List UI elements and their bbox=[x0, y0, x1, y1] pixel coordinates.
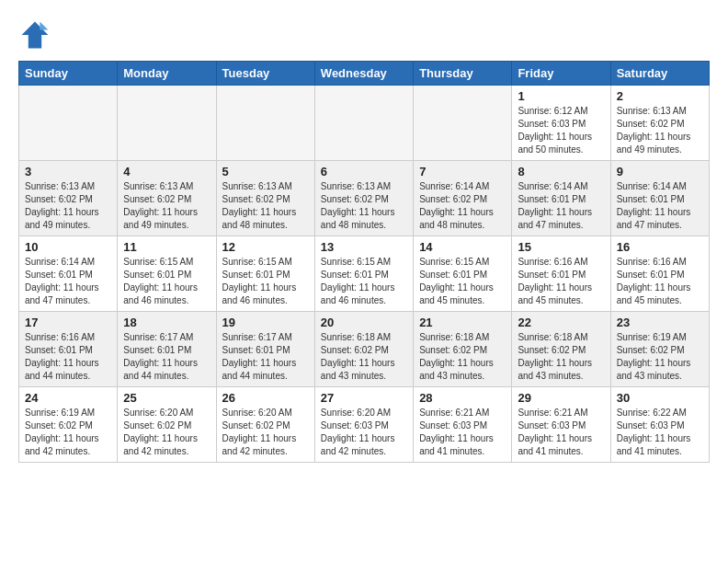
day-info: Sunrise: 6:20 AM Sunset: 6:02 PM Dayligh… bbox=[123, 407, 210, 458]
week-row-2: 3Sunrise: 6:13 AM Sunset: 6:02 PM Daylig… bbox=[19, 161, 710, 236]
day-number: 30 bbox=[617, 391, 703, 405]
calendar-cell: 28Sunrise: 6:21 AM Sunset: 6:03 PM Dayli… bbox=[414, 387, 512, 463]
calendar-cell: 15Sunrise: 6:16 AM Sunset: 6:01 PM Dayli… bbox=[512, 236, 610, 312]
calendar-cell: 14Sunrise: 6:15 AM Sunset: 6:01 PM Dayli… bbox=[414, 236, 512, 312]
week-row-3: 10Sunrise: 6:14 AM Sunset: 6:01 PM Dayli… bbox=[19, 236, 710, 312]
calendar-cell: 17Sunrise: 6:16 AM Sunset: 6:01 PM Dayli… bbox=[19, 312, 118, 387]
day-number: 21 bbox=[419, 316, 506, 329]
day-info: Sunrise: 6:17 AM Sunset: 6:01 PM Dayligh… bbox=[222, 331, 309, 383]
day-number: 15 bbox=[518, 240, 604, 254]
day-number: 11 bbox=[123, 240, 210, 254]
day-info: Sunrise: 6:14 AM Sunset: 6:02 PM Dayligh… bbox=[419, 180, 506, 232]
day-number: 25 bbox=[123, 391, 210, 405]
day-number: 2 bbox=[617, 89, 703, 103]
calendar-cell: 9Sunrise: 6:14 AM Sunset: 6:01 PM Daylig… bbox=[610, 161, 709, 236]
day-info: Sunrise: 6:16 AM Sunset: 6:01 PM Dayligh… bbox=[518, 256, 604, 307]
weekday-header-friday: Friday bbox=[512, 62, 610, 86]
day-info: Sunrise: 6:12 AM Sunset: 6:03 PM Dayligh… bbox=[518, 105, 604, 156]
weekday-header-wednesday: Wednesday bbox=[314, 62, 413, 86]
weekday-header-row: SundayMondayTuesdayWednesdayThursdayFrid… bbox=[19, 62, 710, 86]
day-info: Sunrise: 6:16 AM Sunset: 6:01 PM Dayligh… bbox=[25, 331, 111, 383]
day-number: 10 bbox=[25, 240, 111, 254]
calendar-cell: 20Sunrise: 6:18 AM Sunset: 6:02 PM Dayli… bbox=[314, 312, 413, 387]
day-info: Sunrise: 6:17 AM Sunset: 6:01 PM Dayligh… bbox=[123, 331, 210, 383]
calendar-cell: 30Sunrise: 6:22 AM Sunset: 6:03 PM Dayli… bbox=[610, 387, 709, 463]
calendar-cell: 6Sunrise: 6:13 AM Sunset: 6:02 PM Daylig… bbox=[314, 161, 413, 236]
weekday-header-thursday: Thursday bbox=[414, 62, 512, 86]
weekday-header-saturday: Saturday bbox=[610, 62, 709, 86]
day-number: 17 bbox=[25, 316, 111, 329]
day-number: 19 bbox=[222, 316, 309, 329]
day-info: Sunrise: 6:13 AM Sunset: 6:02 PM Dayligh… bbox=[617, 105, 703, 156]
calendar-cell: 11Sunrise: 6:15 AM Sunset: 6:01 PM Dayli… bbox=[118, 236, 216, 312]
day-number: 26 bbox=[222, 391, 309, 405]
day-number: 27 bbox=[321, 391, 407, 405]
calendar-table: SundayMondayTuesdayWednesdayThursdayFrid… bbox=[18, 61, 710, 463]
weekday-header-sunday: Sunday bbox=[19, 62, 118, 86]
calendar-cell bbox=[314, 86, 413, 161]
day-info: Sunrise: 6:16 AM Sunset: 6:01 PM Dayligh… bbox=[617, 256, 703, 307]
week-row-4: 17Sunrise: 6:16 AM Sunset: 6:01 PM Dayli… bbox=[19, 312, 710, 387]
calendar-cell: 4Sunrise: 6:13 AM Sunset: 6:02 PM Daylig… bbox=[118, 161, 216, 236]
day-info: Sunrise: 6:15 AM Sunset: 6:01 PM Dayligh… bbox=[123, 256, 210, 307]
day-info: Sunrise: 6:13 AM Sunset: 6:02 PM Dayligh… bbox=[222, 180, 309, 232]
day-number: 8 bbox=[518, 165, 604, 178]
calendar-cell: 10Sunrise: 6:14 AM Sunset: 6:01 PM Dayli… bbox=[19, 236, 118, 312]
calendar-cell: 5Sunrise: 6:13 AM Sunset: 6:02 PM Daylig… bbox=[216, 161, 314, 236]
calendar-cell: 13Sunrise: 6:15 AM Sunset: 6:01 PM Dayli… bbox=[314, 236, 413, 312]
header bbox=[18, 18, 710, 52]
day-info: Sunrise: 6:13 AM Sunset: 6:02 PM Dayligh… bbox=[123, 180, 210, 232]
calendar-cell: 26Sunrise: 6:20 AM Sunset: 6:02 PM Dayli… bbox=[216, 387, 314, 463]
day-number: 14 bbox=[419, 240, 506, 254]
day-info: Sunrise: 6:21 AM Sunset: 6:03 PM Dayligh… bbox=[518, 407, 604, 458]
day-info: Sunrise: 6:19 AM Sunset: 6:02 PM Dayligh… bbox=[25, 407, 111, 458]
calendar-cell bbox=[216, 86, 314, 161]
day-number: 6 bbox=[321, 165, 407, 178]
day-number: 9 bbox=[617, 165, 703, 178]
weekday-header-monday: Monday bbox=[118, 62, 216, 86]
day-number: 22 bbox=[518, 316, 604, 329]
day-number: 3 bbox=[25, 165, 111, 178]
calendar-cell: 18Sunrise: 6:17 AM Sunset: 6:01 PM Dayli… bbox=[118, 312, 216, 387]
weekday-header-tuesday: Tuesday bbox=[216, 62, 314, 86]
calendar-cell bbox=[414, 86, 512, 161]
svg-marker-1 bbox=[40, 22, 48, 30]
page: SundayMondayTuesdayWednesdayThursdayFrid… bbox=[0, 0, 728, 472]
calendar-cell: 8Sunrise: 6:14 AM Sunset: 6:01 PM Daylig… bbox=[512, 161, 610, 236]
calendar-cell bbox=[19, 86, 118, 161]
week-row-1: 1Sunrise: 6:12 AM Sunset: 6:03 PM Daylig… bbox=[19, 86, 710, 161]
day-info: Sunrise: 6:18 AM Sunset: 6:02 PM Dayligh… bbox=[321, 331, 407, 383]
day-info: Sunrise: 6:18 AM Sunset: 6:02 PM Dayligh… bbox=[518, 331, 604, 383]
day-info: Sunrise: 6:15 AM Sunset: 6:01 PM Dayligh… bbox=[321, 256, 407, 307]
day-number: 24 bbox=[25, 391, 111, 405]
calendar-cell: 2Sunrise: 6:13 AM Sunset: 6:02 PM Daylig… bbox=[610, 86, 709, 161]
calendar-cell: 16Sunrise: 6:16 AM Sunset: 6:01 PM Dayli… bbox=[610, 236, 709, 312]
day-info: Sunrise: 6:14 AM Sunset: 6:01 PM Dayligh… bbox=[25, 256, 111, 307]
calendar-cell: 23Sunrise: 6:19 AM Sunset: 6:02 PM Dayli… bbox=[610, 312, 709, 387]
calendar-cell: 29Sunrise: 6:21 AM Sunset: 6:03 PM Dayli… bbox=[512, 387, 610, 463]
day-info: Sunrise: 6:20 AM Sunset: 6:02 PM Dayligh… bbox=[222, 407, 309, 458]
day-number: 7 bbox=[419, 165, 506, 178]
day-number: 29 bbox=[518, 391, 604, 405]
calendar-cell: 21Sunrise: 6:18 AM Sunset: 6:02 PM Dayli… bbox=[414, 312, 512, 387]
calendar-cell: 1Sunrise: 6:12 AM Sunset: 6:03 PM Daylig… bbox=[512, 86, 610, 161]
calendar-cell: 3Sunrise: 6:13 AM Sunset: 6:02 PM Daylig… bbox=[19, 161, 118, 236]
day-info: Sunrise: 6:14 AM Sunset: 6:01 PM Dayligh… bbox=[518, 180, 604, 232]
calendar-cell: 22Sunrise: 6:18 AM Sunset: 6:02 PM Dayli… bbox=[512, 312, 610, 387]
day-number: 12 bbox=[222, 240, 309, 254]
day-number: 23 bbox=[617, 316, 703, 329]
day-info: Sunrise: 6:14 AM Sunset: 6:01 PM Dayligh… bbox=[617, 180, 703, 232]
day-number: 5 bbox=[222, 165, 309, 178]
calendar-cell: 24Sunrise: 6:19 AM Sunset: 6:02 PM Dayli… bbox=[19, 387, 118, 463]
calendar-cell bbox=[118, 86, 216, 161]
day-number: 16 bbox=[617, 240, 703, 254]
day-number: 4 bbox=[123, 165, 210, 178]
day-info: Sunrise: 6:21 AM Sunset: 6:03 PM Dayligh… bbox=[419, 407, 506, 458]
day-info: Sunrise: 6:19 AM Sunset: 6:02 PM Dayligh… bbox=[617, 331, 703, 383]
day-number: 1 bbox=[518, 89, 604, 103]
svg-marker-0 bbox=[22, 22, 49, 49]
day-info: Sunrise: 6:15 AM Sunset: 6:01 PM Dayligh… bbox=[222, 256, 309, 307]
day-number: 20 bbox=[321, 316, 407, 329]
day-number: 13 bbox=[321, 240, 407, 254]
day-info: Sunrise: 6:22 AM Sunset: 6:03 PM Dayligh… bbox=[617, 407, 703, 458]
